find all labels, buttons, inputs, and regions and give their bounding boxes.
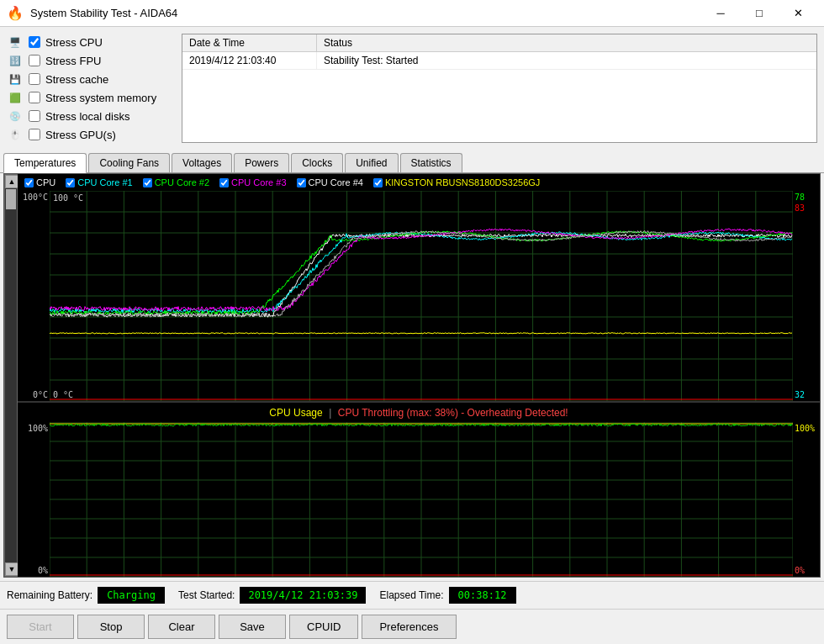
legend-cpu-core1[interactable]: CPU Core #1	[66, 177, 132, 187]
legend-kingston-label: KINGSTON RBUSNS8180DS3256GJ	[385, 177, 540, 187]
stress-memory-row: 🟩 Stress system memory	[7, 89, 175, 106]
stress-cpu-row: 🖥️ Stress CPU	[7, 34, 175, 50]
disk-icon: 💿	[7, 109, 24, 123]
cpu-right-min: 0%	[795, 566, 818, 575]
temp-y-max: 100°C	[19, 193, 48, 202]
log-header: Date & Time Status	[182, 34, 816, 52]
legend-cpu-core4-label: CPU Core #4	[309, 177, 363, 187]
main-content: 🖥️ Stress CPU 🔢 Stress FPU 💾 Stress cach…	[0, 27, 824, 644]
tab-temperatures[interactable]: Temperatures	[3, 153, 87, 173]
battery-status: Remaining Battery: Charging	[7, 587, 165, 604]
scroll-thumb[interactable]	[6, 189, 16, 209]
title-bar-left: 🔥 System Stability Test - AIDA64	[7, 5, 177, 21]
legend-cpu-core3-label: CPU Core #3	[231, 177, 286, 187]
temp-y-axis: 100°C 0°C	[18, 191, 50, 401]
tabs-bar: Temperatures Cooling Fans Voltages Power…	[0, 150, 824, 173]
log-row: 2019/4/12 21:03:40 Stability Test: Start…	[182, 52, 816, 70]
elapsed-label: Elapsed Time:	[379, 589, 443, 601]
clear-button[interactable]: Clear	[148, 615, 215, 639]
window-title: System Stability Test - AIDA64	[30, 7, 177, 19]
scroll-down-btn[interactable]: ▼	[5, 562, 18, 576]
stress-cache-row: 💾 Stress cache	[7, 71, 175, 87]
scroll-up-btn[interactable]: ▲	[5, 175, 18, 188]
stress-disks-label: Stress local disks	[45, 110, 129, 123]
stress-gpu-checkbox[interactable]	[29, 129, 40, 140]
elapsed-value: 00:38:12	[449, 587, 516, 604]
cpu-throttle-label: CPU Throttling (max: 38%) - Overheating …	[338, 407, 568, 419]
gpu-icon: 🖱️	[7, 128, 24, 141]
cache-icon: 💾	[7, 72, 24, 86]
memory-icon: 🟩	[7, 91, 24, 104]
app-icon: 🔥	[7, 5, 24, 21]
stress-memory-label: Stress system memory	[45, 92, 156, 104]
cpu-y-max: 100%	[19, 424, 48, 433]
top-panel: 🖥️ Stress CPU 🔢 Stress FPU 💾 Stress cach…	[0, 27, 824, 150]
checkboxes-panel: 🖥️ Stress CPU 🔢 Stress FPU 💾 Stress cach…	[7, 34, 175, 143]
temp-legend: CPU CPU Core #1 CPU Core #2 CPU Core #3	[18, 174, 820, 191]
tab-clocks[interactable]: Clocks	[291, 153, 343, 172]
save-button[interactable]: Save	[219, 615, 286, 639]
battery-value: Charging	[98, 587, 165, 604]
stress-cpu-checkbox[interactable]	[29, 36, 40, 48]
temp-right-val2: 83	[795, 203, 818, 213]
cpu-icon: 🖥️	[7, 35, 24, 49]
legend-kingston-checkbox[interactable]	[373, 178, 383, 187]
cpu-right-values: 100% 0%	[793, 422, 820, 577]
tab-statistics[interactable]: Statistics	[400, 153, 462, 172]
close-button[interactable]: ✕	[779, 0, 817, 27]
start-button[interactable]: Start	[7, 615, 74, 639]
title-bar-controls: ─ □ ✕	[701, 0, 817, 27]
log-header-datetime: Date & Time	[182, 34, 317, 51]
cpuid-button[interactable]: CPUID	[289, 615, 358, 639]
tab-voltages[interactable]: Voltages	[172, 153, 232, 172]
cpu-chart-title: CPU Usage | CPU Throttling (max: 38%) - …	[18, 403, 820, 422]
log-datetime: 2019/4/12 21:03:40	[182, 52, 317, 69]
temp-right-val3: 32	[795, 390, 818, 399]
elapsed-status: Elapsed Time: 00:38:12	[379, 587, 515, 604]
stress-memory-checkbox[interactable]	[29, 92, 40, 103]
legend-cpu-core3-checkbox[interactable]	[219, 178, 229, 187]
fpu-icon: 🔢	[7, 54, 24, 67]
stress-disks-row: 💿 Stress local disks	[7, 108, 175, 124]
legend-cpu-core4-checkbox[interactable]	[297, 178, 306, 187]
tab-unified[interactable]: Unified	[345, 153, 398, 172]
minimize-button[interactable]: ─	[701, 0, 740, 27]
legend-cpu-label: CPU	[36, 177, 55, 187]
stress-fpu-row: 🔢 Stress FPU	[7, 52, 175, 69]
cpu-y-axis: 100% 0%	[18, 422, 50, 577]
test-started-status: Test Started: 2019/4/12 21:03:39	[178, 587, 366, 604]
legend-cpu-core2-label: CPU Core #2	[155, 177, 209, 187]
sidebar-scrollbar[interactable]: ▲ ▼	[4, 174, 18, 577]
legend-cpu-core1-checkbox[interactable]	[66, 178, 75, 187]
log-status: Stability Test: Started	[317, 52, 816, 69]
temp-y-min: 0°C	[19, 390, 48, 399]
preferences-button[interactable]: Preferences	[362, 615, 456, 639]
cpu-usage-label: CPU Usage	[269, 407, 322, 419]
stop-button[interactable]: Stop	[77, 615, 145, 639]
log-header-status: Status	[317, 34, 816, 51]
legend-cpu-core2-checkbox[interactable]	[143, 178, 152, 187]
legend-cpu-core1-label: CPU Core #1	[77, 177, 132, 187]
cpu-y-min: 0%	[19, 566, 48, 575]
legend-cpu-checkbox[interactable]	[24, 178, 34, 187]
log-panel: Date & Time Status 2019/4/12 21:03:40 St…	[182, 34, 817, 143]
legend-kingston[interactable]: KINGSTON RBUSNS8180DS3256GJ	[373, 177, 540, 187]
stress-cache-label: Stress cache	[45, 73, 108, 86]
stress-fpu-checkbox[interactable]	[29, 55, 40, 66]
cpu-chart-canvas	[50, 422, 793, 577]
maximize-button[interactable]: □	[740, 0, 779, 27]
tab-cooling-fans[interactable]: Cooling Fans	[88, 153, 170, 172]
legend-cpu-core2[interactable]: CPU Core #2	[143, 177, 209, 187]
status-bar: Remaining Battery: Charging Test Started…	[0, 581, 824, 609]
legend-cpu-core4[interactable]: CPU Core #4	[297, 177, 363, 187]
stress-fpu-label: Stress FPU	[45, 55, 101, 67]
temp-right-values: 78 83 32	[793, 191, 820, 401]
legend-cpu[interactable]: CPU	[24, 177, 55, 187]
tab-powers[interactable]: Powers	[234, 153, 289, 172]
temp-right-val1: 78	[795, 193, 818, 202]
stress-cache-checkbox[interactable]	[29, 73, 40, 85]
stress-cpu-label: Stress CPU	[45, 36, 103, 49]
stress-disks-checkbox[interactable]	[29, 110, 40, 122]
stress-gpu-row: 🖱️ Stress GPU(s)	[7, 126, 175, 143]
legend-cpu-core3[interactable]: CPU Core #3	[219, 177, 286, 187]
